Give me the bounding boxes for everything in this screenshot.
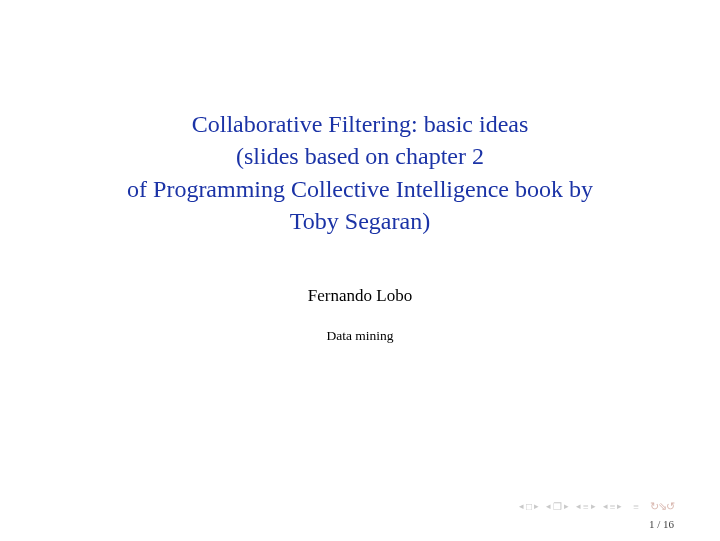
nav-prev-icon: ◂	[576, 502, 581, 511]
beamer-nav-bar: ◂ □ ▸ ◂ ❐ ▸ ◂ ≡ ▸ ◂ ≡ ▸ ≡ ↻⇘↺	[519, 500, 674, 513]
page-number: 1 / 16	[649, 518, 674, 530]
nav-next-icon: ▸	[591, 502, 596, 511]
nav-next-icon: ▸	[564, 502, 569, 511]
title-line-2: (slides based on chapter 2	[0, 140, 720, 172]
title-line-4: Toby Segaran)	[0, 205, 720, 237]
nav-subsection-group[interactable]: ◂ ≡ ▸	[576, 502, 596, 512]
nav-slide-icon: ≡	[609, 502, 617, 512]
author-name: Fernando Lobo	[0, 286, 720, 306]
nav-prev-icon: ◂	[603, 502, 608, 511]
nav-prev-icon: ◂	[546, 502, 551, 511]
nav-next-icon: ▸	[534, 502, 539, 511]
nav-section-group[interactable]: ◂ ❐ ▸	[546, 502, 569, 512]
nav-loop-icon[interactable]: ↻⇘↺	[646, 500, 674, 513]
course-name: Data mining	[0, 328, 720, 344]
nav-subsection-icon: ≡	[582, 502, 590, 512]
title-line-1: Collaborative Filtering: basic ideas	[0, 108, 720, 140]
nav-section-icon: ❐	[552, 502, 563, 512]
slide: Collaborative Filtering: basic ideas (sl…	[0, 0, 720, 541]
nav-slide-group[interactable]: ◂ ≡ ▸	[603, 502, 623, 512]
nav-next-icon: ▸	[617, 502, 622, 511]
nav-first-icon: □	[525, 502, 533, 512]
nav-end-icon[interactable]: ≡	[629, 501, 639, 512]
slide-title: Collaborative Filtering: basic ideas (sl…	[0, 0, 720, 238]
nav-prev-icon: ◂	[519, 502, 524, 511]
page-total: 16	[663, 518, 674, 530]
title-line-3: of Programming Collective Intelligence b…	[0, 173, 720, 205]
nav-first-group[interactable]: ◂ □ ▸	[519, 502, 539, 512]
page-sep: /	[654, 518, 663, 530]
